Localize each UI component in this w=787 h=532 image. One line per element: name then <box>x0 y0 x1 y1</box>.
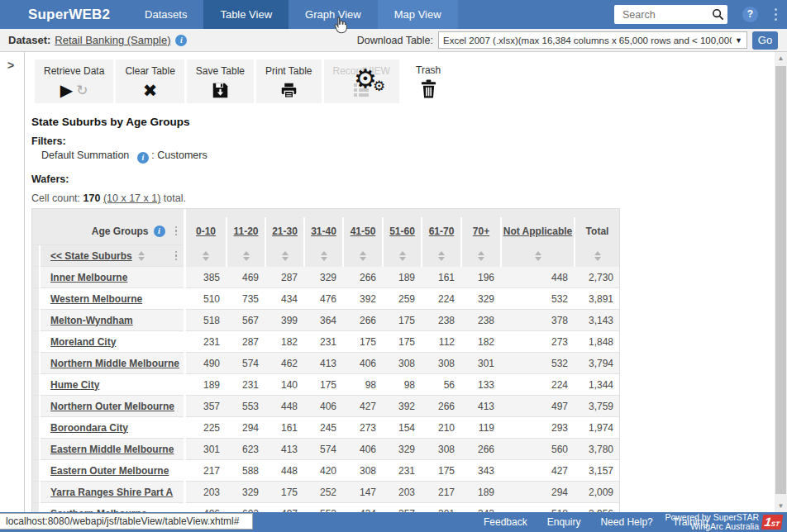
column-header-label[interactable]: 41-50 <box>351 226 376 237</box>
vertical-scrollbar[interactable]: ▲ ▼ <box>775 52 787 512</box>
print-table-button[interactable]: Print Table <box>256 59 321 103</box>
row-label-link-melton-wyndham[interactable]: Melton-Wyndham <box>50 315 133 326</box>
filter-info-icon[interactable]: i <box>137 152 149 164</box>
clear-table-button[interactable]: Clear Table ✖ <box>116 59 184 103</box>
column-header-70[interactable]: 70+ <box>460 217 500 245</box>
sort-icon[interactable] <box>282 251 289 261</box>
column-header-label[interactable]: 21-30 <box>272 226 298 237</box>
tab-map-view[interactable]: Map View <box>378 0 458 29</box>
value-cell: 154 <box>382 417 421 439</box>
column-header-51-60[interactable]: 51-60 <box>382 217 421 245</box>
tab-graph-view[interactable]: Graph View <box>289 0 378 29</box>
value-cell: 532 <box>500 288 574 310</box>
row-label-cell: Eastern Middle Melbourne <box>41 439 184 460</box>
retrieve-data-button[interactable]: Retrieve Data ▶↻ <box>35 59 113 103</box>
column-header-31-40[interactable]: 31-40 <box>303 217 342 245</box>
value-cell: 147 <box>342 482 382 503</box>
column-header-41-50[interactable]: 41-50 <box>342 217 382 245</box>
sort-cell-11-20 <box>226 245 265 267</box>
row-label-link-boroondara-city[interactable]: Boroondara City <box>50 422 128 434</box>
row-label-link-northern-middle-melbourne[interactable]: Northern Middle Melbourne <box>50 358 179 369</box>
row-dimension-sort-icon[interactable] <box>138 251 145 261</box>
sort-icon[interactable] <box>478 251 484 261</box>
column-header-0-10[interactable]: 0-10 <box>186 217 226 245</box>
value-cell: 392 <box>342 288 382 310</box>
row-label-link-eastern-middle-melbourne[interactable]: Eastern Middle Melbourne <box>50 444 174 455</box>
row-label-link-moreland-city[interactable]: Moreland City <box>50 336 116 348</box>
column-header-not-applicable[interactable]: Not Applicable <box>500 217 574 245</box>
value-cell: 161 <box>265 417 303 439</box>
search-box[interactable] <box>614 5 727 24</box>
gutter-cell <box>32 482 39 503</box>
column-header-label: Total <box>586 226 609 237</box>
footer-link-need-help[interactable]: Need Help? <box>600 516 652 528</box>
app-logo: SuperWEB2 <box>0 0 128 29</box>
nav-menu-icon[interactable] <box>773 7 779 22</box>
value-cell: 231 <box>303 331 342 353</box>
row-label-link-yarra-ranges-shire-part-a[interactable]: Yarra Ranges Shire Part A <box>50 487 173 498</box>
scroll-down-icon[interactable]: ▼ <box>775 500 787 512</box>
save-table-button[interactable]: Save Table <box>187 59 254 103</box>
sort-icon[interactable] <box>321 251 327 261</box>
sort-icon[interactable] <box>399 251 406 261</box>
column-header-11-20[interactable]: 11-20 <box>226 217 265 245</box>
column-header-label[interactable]: 31-40 <box>311 226 336 237</box>
row-dimension-link[interactable]: << State Suburbs <box>50 250 132 262</box>
table-options-button[interactable]: ⚙ ⚙ <box>354 68 389 97</box>
search-icon[interactable] <box>712 8 724 21</box>
value-cell: 3,780 <box>574 439 619 460</box>
search-input[interactable] <box>621 8 712 21</box>
go-button[interactable]: Go <box>752 31 778 50</box>
download-format-select[interactable]: Excel 2007 (.xlsx)(max 16,384 columns x … <box>438 31 747 49</box>
sort-icon[interactable] <box>594 251 601 261</box>
value-cell: 3,143 <box>574 310 619 331</box>
column-header-21-30[interactable]: 21-30 <box>265 217 303 245</box>
column-header-label[interactable]: 0-10 <box>196 226 216 237</box>
dataset-link[interactable]: Retail Banking (Sample) <box>55 34 170 46</box>
nav-right-cluster: ? <box>614 0 787 29</box>
table-row: Eastern Middle Melbourne3016234135744063… <box>32 439 619 460</box>
row-label-link-hume-city[interactable]: Hume City <box>50 379 99 391</box>
expand-panel-icon[interactable]: > <box>7 59 14 72</box>
wingarc-logo: 1ST <box>761 515 784 530</box>
value-cell: 161 <box>421 267 460 288</box>
help-icon[interactable]: ? <box>742 7 758 22</box>
column-header-label[interactable]: 70+ <box>473 226 489 237</box>
column-header-label[interactable]: Not Applicable <box>503 226 573 237</box>
cell-count-detail-link[interactable]: (10 x 17 x 1) <box>103 192 160 204</box>
scroll-up-icon[interactable]: ▲ <box>775 52 787 64</box>
value-cell: 175 <box>265 482 303 503</box>
sort-icon[interactable] <box>438 251 445 261</box>
scrollbar-thumb[interactable] <box>775 66 786 494</box>
data-table: Age Groups i 0-1011-2021-3031-4041-5051-… <box>31 208 620 525</box>
dataset-info-icon[interactable]: i <box>175 35 187 46</box>
row-label-cell: Eastern Outer Melbourne <box>41 460 184 482</box>
column-header-label[interactable]: 11-20 <box>233 226 258 237</box>
value-cell: 175 <box>382 310 421 331</box>
value-cell: 196 <box>460 267 500 288</box>
tab-table-view[interactable]: Table View <box>203 0 289 29</box>
row-dimension-menu-icon[interactable] <box>174 249 179 263</box>
sort-icon[interactable] <box>203 251 209 261</box>
age-groups-info-icon[interactable]: i <box>154 226 165 237</box>
value-cell: 448 <box>265 460 303 482</box>
tab-datasets[interactable]: Datasets <box>128 0 203 29</box>
powered-by-text: Powered by SuperSTAR WingArc Australia <box>665 513 759 531</box>
row-label-link-eastern-outer-melbourne[interactable]: Eastern Outer Melbourne <box>50 465 169 477</box>
sort-icon[interactable] <box>360 251 366 261</box>
sort-cell-51-60 <box>382 245 421 267</box>
row-label-link-western-melbourne[interactable]: Western Melbourne <box>50 293 142 305</box>
footer-link-feedback[interactable]: Feedback <box>484 516 527 528</box>
footer-link-enquiry[interactable]: Enquiry <box>547 516 581 528</box>
age-groups-menu-icon[interactable] <box>174 225 179 238</box>
trash-button[interactable]: Trash <box>416 64 441 98</box>
sort-icon[interactable] <box>243 251 250 261</box>
row-values: 5185673993642661752382383783,143 <box>186 310 619 331</box>
column-header-label[interactable]: 61-70 <box>429 226 455 237</box>
row-label-link-inner-melbourne[interactable]: Inner Melbourne <box>50 272 127 283</box>
column-header-label[interactable]: 51-60 <box>389 226 415 237</box>
column-header-61-70[interactable]: 61-70 <box>421 217 460 245</box>
sort-icon[interactable] <box>535 251 541 261</box>
value-cell: 245 <box>303 417 342 439</box>
row-label-link-northern-outer-melbourne[interactable]: Northern Outer Melbourne <box>50 401 174 412</box>
